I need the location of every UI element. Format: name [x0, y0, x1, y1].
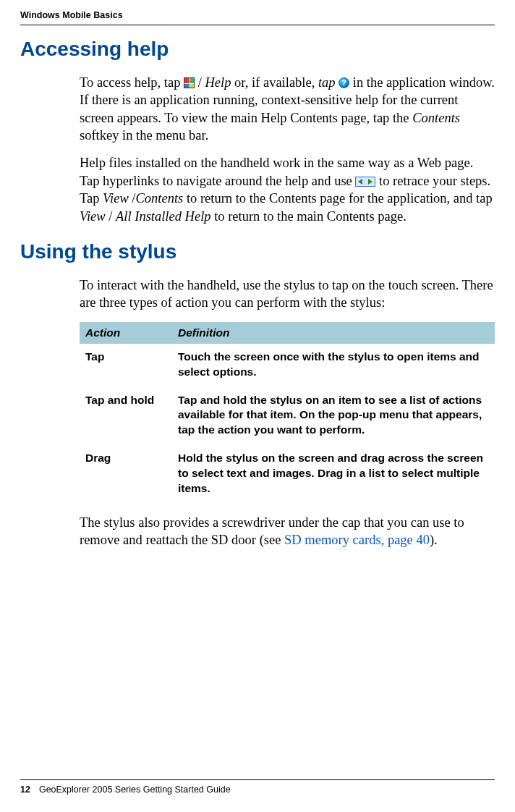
start-menu-icon	[184, 77, 195, 88]
section-using-stylus-body: To interact with the handheld, use the s…	[80, 276, 495, 549]
running-head: Windows Mobile Basics	[20, 10, 495, 20]
text-italic: Contents	[136, 191, 184, 206]
text: /	[195, 75, 205, 90]
para-1: To access help, tap / Help or, if availa…	[80, 74, 495, 145]
col-header-definition: Definition	[172, 322, 495, 344]
link-sd-memory-cards[interactable]: SD memory cards, page 40	[284, 533, 430, 547]
text-italic: All Installed Help	[116, 209, 211, 224]
page-number: 12	[20, 784, 30, 795]
text: to return to the main Contents page.	[211, 209, 407, 224]
page: Windows Mobile Basics Accessing help To …	[0, 0, 515, 812]
text-italic: View	[103, 191, 129, 206]
heading-accessing-help: Accessing help	[20, 38, 495, 61]
actions-table: Action Definition Tap Touch the screen o…	[80, 322, 495, 504]
text: /	[129, 191, 136, 206]
para-2: Help files installed on the handheld wor…	[80, 154, 495, 225]
table-row: Drag Hold the stylus on the screen and d…	[80, 445, 495, 504]
table-row: Tap and hold Tap and hold the stylus on …	[80, 387, 495, 446]
cell-definition: Hold the stylus on the screen and drag a…	[172, 445, 495, 504]
text: /	[106, 209, 116, 224]
footer-title: GeoExplorer 2005 Series Getting Started …	[39, 784, 231, 795]
heading-using-stylus: Using the stylus	[20, 241, 495, 263]
text: or, if available,	[231, 75, 318, 90]
page-footer: 12GeoExplorer 2005 Series Getting Starte…	[20, 779, 495, 795]
cell-action: Tap	[80, 344, 172, 387]
table-header-row: Action Definition	[80, 322, 495, 344]
para-4: The stylus also provides a screwdriver u…	[80, 514, 495, 549]
text-italic: Contents	[412, 111, 460, 125]
para-3: To interact with the handheld, use the s…	[80, 276, 495, 312]
help-icon	[339, 77, 349, 88]
cell-action: Drag	[80, 445, 172, 504]
back-forward-icon	[355, 177, 375, 187]
section-accessing-help-body: To access help, tap / Help or, if availa…	[80, 74, 495, 225]
text-italic: tap	[318, 75, 336, 90]
cell-definition: Touch the screen once with the stylus to…	[172, 344, 495, 387]
cell-action: Tap and hold	[80, 387, 172, 446]
cell-definition: Tap and hold the stylus on an item to se…	[172, 387, 495, 446]
text: to return to the Contents page for the a…	[183, 191, 492, 206]
text-italic: View	[80, 209, 106, 224]
top-rule	[20, 25, 495, 25]
text: To access help, tap	[80, 75, 184, 90]
col-header-action: Action	[80, 322, 172, 344]
text: ).	[430, 533, 438, 547]
table-row: Tap Touch the screen once with the stylu…	[80, 344, 495, 387]
footer-rule	[20, 779, 495, 780]
text: softkey in the menu bar.	[80, 128, 208, 143]
footer-line: 12GeoExplorer 2005 Series Getting Starte…	[20, 784, 495, 795]
text-italic: Help	[205, 75, 231, 90]
